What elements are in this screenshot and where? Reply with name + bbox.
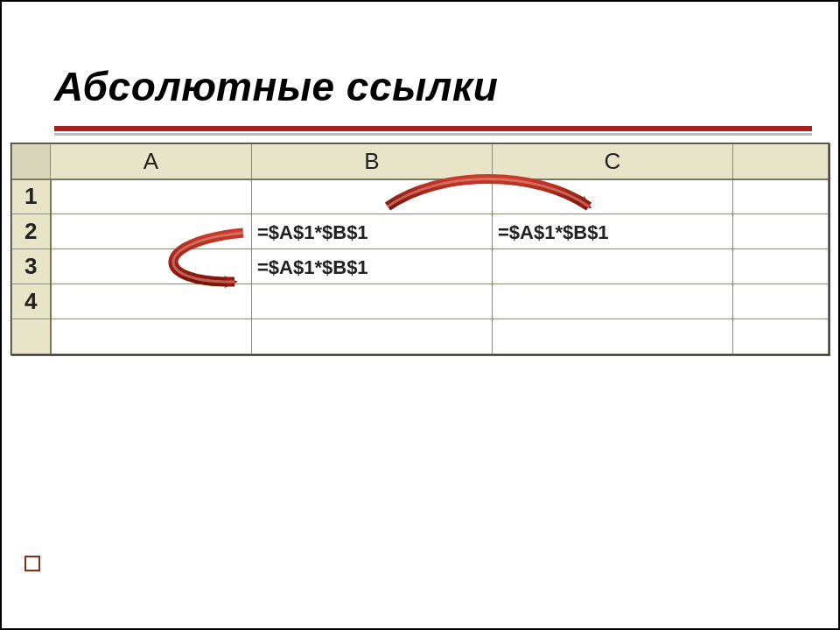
cell-d3[interactable]: [733, 249, 829, 284]
cell-a2[interactable]: [51, 214, 252, 249]
col-header-b[interactable]: B: [252, 144, 493, 179]
cell-b3[interactable]: =$A$1*$B$1: [252, 249, 493, 284]
cell-a5[interactable]: [51, 319, 252, 354]
row-5-partial: [12, 319, 829, 354]
cell-b1[interactable]: [252, 179, 493, 214]
title-block: Абсолютные ссылки: [2, 2, 838, 110]
row-1: 1: [12, 179, 829, 214]
cell-a3[interactable]: [51, 249, 252, 284]
cell-b4[interactable]: [252, 284, 493, 319]
row-header-3[interactable]: 3: [12, 249, 51, 284]
cell-d5[interactable]: [733, 319, 829, 354]
row-header-5[interactable]: [12, 319, 51, 354]
select-all-corner[interactable]: [12, 144, 51, 179]
cell-a4[interactable]: [51, 284, 252, 319]
cell-b5[interactable]: [252, 319, 493, 354]
formula-c2: =$A$1*$B$1: [498, 221, 609, 243]
cell-d4[interactable]: [733, 284, 829, 319]
col-header-c[interactable]: C: [493, 144, 733, 179]
row-header-4[interactable]: 4: [12, 284, 51, 319]
cell-c4[interactable]: [493, 284, 733, 319]
cell-b2[interactable]: =$A$1*$B$1: [252, 214, 493, 249]
title-underline: [54, 126, 812, 136]
cell-c5[interactable]: [493, 319, 733, 354]
spreadsheet: A B C 1 2 =$A$1*$B$1 =$A: [10, 143, 830, 355]
cell-c2[interactable]: =$A$1*$B$1: [493, 214, 733, 249]
col-header-d[interactable]: [733, 144, 829, 179]
row-2: 2 =$A$1*$B$1 =$A$1*$B$1: [12, 214, 829, 249]
cell-d1[interactable]: [733, 179, 829, 214]
row-header-1[interactable]: 1: [12, 179, 51, 214]
col-header-a[interactable]: A: [51, 144, 252, 179]
cell-a1[interactable]: [51, 179, 252, 214]
row-3: 3 =$A$1*$B$1: [12, 249, 829, 284]
slide-title: Абсолютные ссылки: [54, 63, 838, 110]
slide: Абсолютные ссылки A B C: [0, 0, 840, 630]
row-4: 4: [12, 284, 829, 319]
cell-c3[interactable]: [493, 249, 733, 284]
spreadsheet-grid: A B C 1 2 =$A$1*$B$1 =$A: [11, 144, 829, 354]
cell-d2[interactable]: [733, 214, 829, 249]
slide-bullet-icon: [24, 556, 40, 571]
cell-c1[interactable]: [493, 179, 733, 214]
formula-b2: =$A$1*$B$1: [257, 221, 368, 243]
row-header-2[interactable]: 2: [12, 214, 51, 249]
formula-b3: =$A$1*$B$1: [257, 256, 368, 278]
